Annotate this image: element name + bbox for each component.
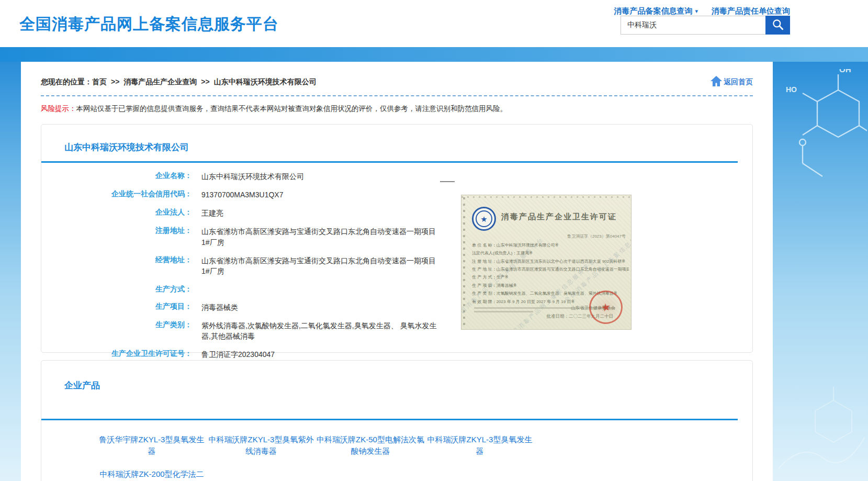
certificate-line: 注 册 地 址：山东省潍坊高新区玉清东街以北中心次干道以西高新大厦 902房科研… xyxy=(472,258,629,265)
company-card-title: 山东中科瑞沃环境技术有限公司 xyxy=(41,125,752,153)
field-value: 山东中科瑞沃环境技术有限公司 xyxy=(192,167,439,185)
risk-notice-text: 本网站仅基于已掌握的信息提供查询服务，查询结果不代表本网站对被查询对象信用状况的… xyxy=(76,105,508,113)
breadcrumb: 您现在的位置：首页>>消毒产品生产企业查询>>山东中科瑞沃环境技术有限公司 xyxy=(41,77,317,87)
fineprint-bar xyxy=(474,311,533,312)
home-icon xyxy=(710,75,723,88)
product-list: 鲁沃华宇牌ZKYL-3型臭氧发生器 中科瑞沃牌ZKYL-3型臭氧紫外线消毒器 中… xyxy=(98,434,543,481)
field-label: 生产类别： xyxy=(41,316,192,345)
field-label: 经营地址： xyxy=(41,251,192,281)
scan-artifact-dash xyxy=(440,181,455,182)
breadcrumb-enterprise-query-link[interactable]: 消毒产品生产企业查询 xyxy=(123,77,197,86)
top-nav: 消毒产品备案信息查询 ▾ 消毒产品责任单位查询 xyxy=(614,6,790,16)
page-header: 全国消毒产品网上备案信息服务平台 消毒产品备案信息查询 ▾ 消毒产品责任单位查询 xyxy=(0,0,868,47)
risk-notice: 风险提示：本网站仅基于已掌握的信息提供查询服务，查询结果不代表本网站对被查询对象… xyxy=(41,104,753,114)
company-products-card: 企业产品 鲁沃华宇牌ZKYL-3型臭氧发生器 中科瑞沃牌ZKYL-3型臭氧紫外线… xyxy=(41,360,753,481)
card-title-rule xyxy=(41,161,738,163)
breadcrumb-separator: >> xyxy=(201,77,209,86)
field-label: 生产方式： xyxy=(41,281,192,298)
field-row-legal-person: 企业法人： 王建亮 xyxy=(41,204,439,222)
certificate-number: 鲁卫消证字（2023）第04047号 xyxy=(461,233,626,239)
product-link[interactable]: 鲁沃华宇牌ZKYL-3型臭氧发生器 xyxy=(98,434,206,457)
field-value: 91370700MA3M3U1QX7 xyxy=(192,185,439,204)
field-label: 企业法人： xyxy=(41,204,192,222)
field-row-credit-code: 企业统一社会信用代码： 91370700MA3M3U1QX7 xyxy=(41,185,439,204)
company-info-card: 山东中科瑞沃环境技术有限公司 企业名称： 山东中科瑞沃环境技术有限公司 企业统一… xyxy=(41,124,753,353)
national-emblem-icon: ★ xyxy=(472,207,496,231)
field-value: 紫外线消毒器,次氯酸钠发生器,二氧化氯发生器,臭氧发生器、 臭氧水发生器,其他器… xyxy=(192,316,439,345)
card-title-rule xyxy=(41,419,738,420)
field-label: 企业统一社会信用代码： xyxy=(41,185,192,204)
site-title: 全国消毒产品网上备案信息服务平台 xyxy=(19,14,279,35)
dashed-divider xyxy=(41,95,753,96)
molecule-graphic: OH HO xyxy=(775,69,867,202)
certificate-title: 消毒产品生产企业卫生许可证 xyxy=(501,212,617,222)
breadcrumb-prefix: 您现在的位置： xyxy=(41,77,92,86)
search-bar xyxy=(621,16,790,35)
certificate-line: 生 产 地 址：山东省潍坊市高新区潍安路与宝通街交叉路口东北角自动变速器一期项目… xyxy=(472,265,629,273)
seal-star-icon: ★ xyxy=(600,300,612,314)
certificate-header: ★ 消毒产品生产企业卫生许可证 xyxy=(472,207,626,231)
products-card-title: 企业产品 xyxy=(41,361,752,391)
field-row-production-category: 生产类别： 紫外线消毒器,次氯酸钠发生器,二氧化氯发生器,臭氧发生器、 臭氧水发… xyxy=(41,316,439,345)
field-row-company-name: 企业名称： 山东中科瑞沃环境技术有限公司 xyxy=(41,167,439,185)
certificate-line: 生 产 方 式：生产※ xyxy=(472,273,629,281)
field-row-production-mode: 生产方式： xyxy=(41,281,439,298)
breadcrumb-home-link[interactable]: 首页 xyxy=(92,77,107,86)
nav-responsible-unit-query[interactable]: 消毒产品责任单位查询 xyxy=(712,6,790,16)
field-label: 生产项目： xyxy=(41,298,192,316)
breadcrumb-row: 您现在的位置：首页>>消毒产品生产企业查询>>山东中科瑞沃环境技术有限公司 返回… xyxy=(41,62,753,88)
product-link[interactable]: 中科瑞沃牌ZK-200型化学法二氧化氯发生器 xyxy=(98,468,206,481)
field-row-production-project: 生产项目： 消毒器械类 xyxy=(41,298,439,316)
main-container: 您现在的位置：首页>>消毒产品生产企业查询>>山东中科瑞沃环境技术有限公司 返回… xyxy=(21,62,773,481)
company-fields-table: 企业名称： 山东中科瑞沃环境技术有限公司 企业统一社会信用代码： 9137070… xyxy=(41,167,439,383)
caret-down-icon[interactable]: ▾ xyxy=(695,8,698,14)
field-value: 山东省潍坊市高新区潍安路与宝通街交叉路口东北角自动变速器一期项目1#厂房 xyxy=(192,222,439,252)
certificate-line: 单 位 名 称：山东中科瑞沃环境技术有限公司※ xyxy=(472,241,629,249)
header-blue-band xyxy=(0,47,868,62)
field-row-business-address: 经营地址： 山东省潍坊市高新区潍安路与宝通街交叉路口东北角自动变速器一期项目1#… xyxy=(41,251,439,281)
search-icon xyxy=(771,18,785,33)
breadcrumb-current: 山东中科瑞沃环境技术有限公司 xyxy=(214,77,317,86)
back-home-link[interactable]: 返回首页 xyxy=(710,75,753,88)
risk-notice-label: 风险提示： xyxy=(41,105,76,113)
field-row-registered-address: 注册地址： 山东省潍坊市高新区潍安路与宝通街交叉路口东北角自动变速器一期项目1#… xyxy=(41,222,439,252)
certificate-line: 法定代表人(或负责人)：王建亮※ xyxy=(472,249,629,257)
molecule-graphic-faint xyxy=(776,379,865,476)
field-value xyxy=(192,281,439,298)
field-label: 注册地址： xyxy=(41,222,192,252)
product-link[interactable]: 中科瑞沃牌ZKYL-3型臭氧发生器 xyxy=(426,434,534,457)
certificate-line: 生 产 项 目：消毒器械※ xyxy=(472,282,629,289)
field-label: 企业名称： xyxy=(41,167,192,185)
nav-record-info-query[interactable]: 消毒产品备案信息查询 ▾ xyxy=(614,6,698,16)
field-value: 消毒器械类 xyxy=(192,298,439,316)
emblem-star-icon: ★ xyxy=(476,210,492,227)
breadcrumb-separator: >> xyxy=(111,77,119,86)
hygiene-license-certificate-image: 全国消毒产品网上备案信息服务平台 全国消毒产品网上备案信息服务平台 全国消毒产品… xyxy=(461,195,632,330)
field-value: 王建亮 xyxy=(192,204,439,222)
search-button[interactable] xyxy=(765,16,790,35)
product-link[interactable]: 中科瑞沃牌ZKYL-3型臭氧紫外线消毒器 xyxy=(207,434,315,457)
field-value: 山东省潍坊市高新区潍安路与宝通街交叉路口东北角自动变速器一期项目1#厂房 xyxy=(192,251,439,281)
svg-text:OH: OH xyxy=(839,69,851,74)
search-input[interactable] xyxy=(621,16,765,35)
page-body: OH HO 您现在的位置：首页>>消毒产品生产企业查询>>山东中科瑞沃环境技术有… xyxy=(0,62,868,481)
svg-text:HO: HO xyxy=(786,85,797,94)
product-link[interactable]: 中科瑞沃牌ZK-50型电解法次氯酸钠发生器 xyxy=(317,434,424,457)
